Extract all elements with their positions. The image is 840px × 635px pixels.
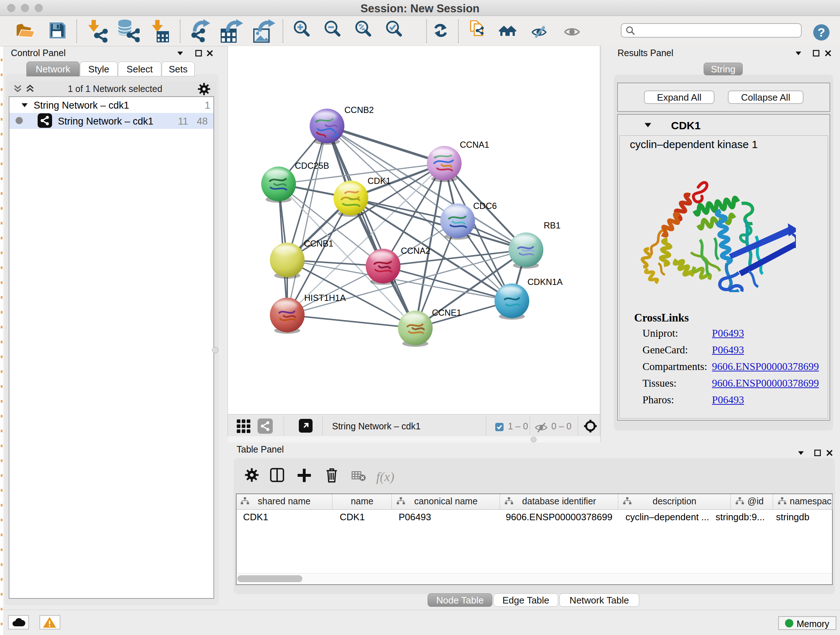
svg-text:CCNA2: CCNA2 xyxy=(401,246,430,256)
svg-text:CDC25B: CDC25B xyxy=(295,161,329,171)
svg-text:RB1: RB1 xyxy=(544,220,561,230)
svg-text:CDK1: CDK1 xyxy=(368,176,391,186)
svg-text:HIST1H1A: HIST1H1A xyxy=(304,293,346,302)
svg-text:CCNB2: CCNB2 xyxy=(344,105,374,115)
svg-text:CCNA1: CCNA1 xyxy=(460,140,489,149)
svg-text:CDC6: CDC6 xyxy=(473,201,497,211)
svg-text:CDKN1A: CDKN1A xyxy=(527,277,562,287)
svg-text:CCNE1: CCNE1 xyxy=(432,308,461,318)
svg-text:CCNB1: CCNB1 xyxy=(304,239,333,249)
